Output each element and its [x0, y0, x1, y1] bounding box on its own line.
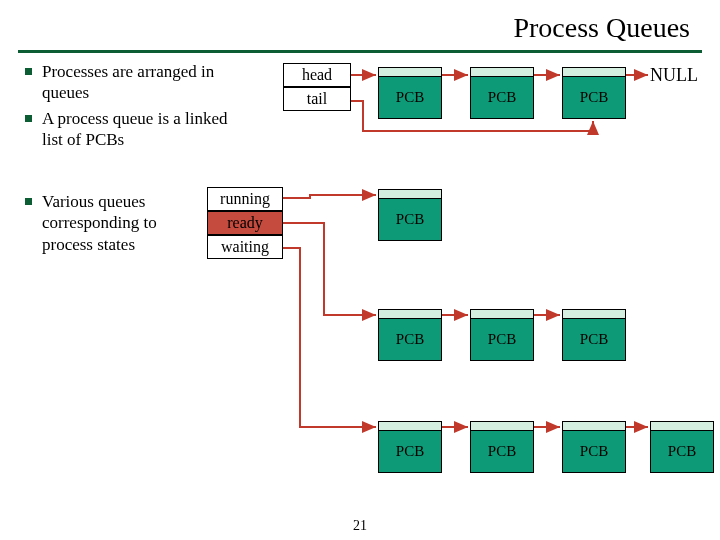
bullet-item: Processes are arranged in queues [25, 61, 235, 104]
bullet-marker-icon [25, 198, 32, 205]
pcb-body: PCB [650, 431, 714, 473]
state-running: running [207, 187, 283, 211]
pcb-box: PCB [378, 67, 442, 119]
pcb-body: PCB [562, 431, 626, 473]
pcb-cap [562, 309, 626, 319]
pcb-body: PCB [470, 431, 534, 473]
bullet-text: Processes are arranged in queues [42, 61, 235, 104]
pcb-box: PCB [470, 309, 534, 361]
pcb-cap [562, 421, 626, 431]
pcb-cap [470, 421, 534, 431]
pcb-body: PCB [378, 431, 442, 473]
pcb-body: PCB [378, 319, 442, 361]
bullet-item: Various queues corresponding to process … [25, 191, 200, 255]
pcb-cap [650, 421, 714, 431]
title-rule [18, 50, 702, 53]
bullet-item: A process queue is a linked list of PCBs [25, 108, 235, 151]
page-title: Process Queues [0, 0, 720, 50]
pcb-cap [378, 309, 442, 319]
slide-number: 21 [353, 518, 367, 534]
pcb-box: PCB [562, 309, 626, 361]
pcb-box: PCB [378, 309, 442, 361]
pcb-body: PCB [470, 319, 534, 361]
null-label: NULL [650, 65, 698, 86]
state-ready: ready [207, 211, 283, 235]
pcb-body: PCB [562, 77, 626, 119]
pcb-cap [378, 421, 442, 431]
states-table: running ready waiting [207, 187, 283, 259]
pcb-cap [470, 309, 534, 319]
pcb-body: PCB [562, 319, 626, 361]
head-cell: head [283, 63, 351, 87]
tail-cell: tail [283, 87, 351, 111]
state-waiting: waiting [207, 235, 283, 259]
pcb-body: PCB [378, 77, 442, 119]
bullet-group-1: Processes are arranged in queues A proce… [25, 61, 235, 154]
bullet-group-2: Various queues corresponding to process … [25, 191, 200, 259]
pcb-cap [378, 67, 442, 77]
pcb-box: PCB [650, 421, 714, 473]
pcb-cap [562, 67, 626, 77]
bullet-text: Various queues corresponding to process … [42, 191, 200, 255]
bullet-marker-icon [25, 68, 32, 75]
pcb-box: PCB [562, 421, 626, 473]
pcb-box: PCB [470, 67, 534, 119]
headtail-table: head tail [283, 63, 351, 111]
bullet-marker-icon [25, 115, 32, 122]
pcb-box: PCB [378, 189, 442, 241]
pcb-cap [378, 189, 442, 199]
bullet-text: A process queue is a linked list of PCBs [42, 108, 235, 151]
pcb-box: PCB [378, 421, 442, 473]
pcb-cap [470, 67, 534, 77]
pcb-body: PCB [378, 199, 442, 241]
pcb-box: PCB [470, 421, 534, 473]
pcb-body: PCB [470, 77, 534, 119]
pcb-box: PCB [562, 67, 626, 119]
